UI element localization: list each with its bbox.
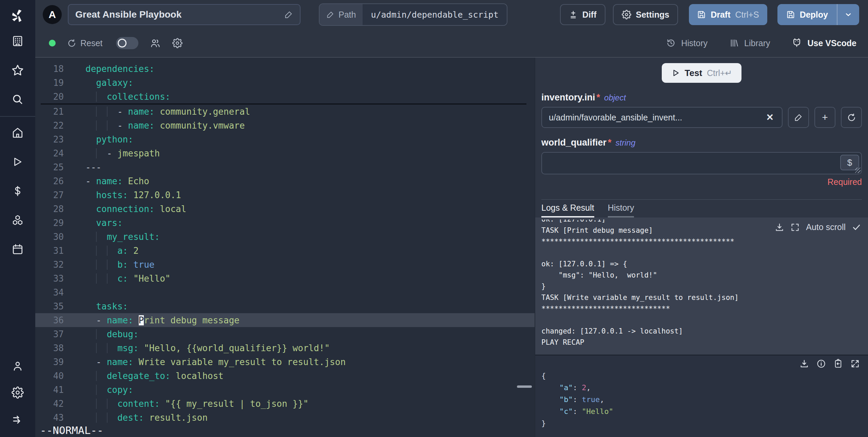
topbar: A Great Ansible Playbook Path u/admin/de… [35,0,868,29]
test-button[interactable]: Test Ctrl+↵ [662,63,742,83]
log-panel[interactable]: ok: [127.0.0.1]TASK [Print debug message… [535,217,868,355]
code-line[interactable]: 29 vars: [35,216,535,230]
sidebar-item-account[interactable] [0,353,35,379]
windmill-logo-icon[interactable] [10,5,25,26]
diff-mode-toggle[interactable] [116,37,138,49]
script-title-input[interactable]: Great Ansible Playbook [68,4,301,25]
code-line[interactable]: 41 copy: [35,383,535,397]
code-line[interactable]: 38 msg: "Hello, {{world_qualifier}} worl… [35,341,535,355]
sidebar-item-schedules[interactable] [0,235,35,264]
code-line[interactable]: 22 - name: community.vmware [35,118,535,132]
code-editor[interactable]: 18dependencies:19 galaxy:20 collections:… [35,58,535,437]
check-icon[interactable] [852,223,861,232]
diff-button[interactable]: Diff [560,4,605,25]
history-button[interactable]: History [666,38,708,48]
line-number: 32 [35,260,73,270]
use-vscode-button[interactable]: Use VScode [792,38,856,48]
sidebar-item-resources[interactable] [0,206,35,235]
resize-grip[interactable] [855,168,861,173]
code-line[interactable]: 30 my_result: [35,230,535,244]
line-number: 26 [35,176,73,186]
line-number: 31 [35,246,73,256]
line-number: 30 [35,232,73,242]
tab-logs-result[interactable]: Logs & Result [541,203,594,217]
code-line[interactable]: 18dependencies: [35,62,535,76]
result-panel: { "a": 2, "b": true, "c": "Hello"} [535,355,868,437]
code-line[interactable]: 23 python: [35,132,535,146]
world-qualifier-textarea[interactable] [542,153,861,174]
tab-history[interactable]: History [608,203,634,217]
editor-settings-button[interactable] [172,38,182,48]
log-lines: ok: [127.0.0.1]TASK [Print debug message… [541,220,862,348]
code-line[interactable]: 43 dest: result.json [35,411,535,424]
code-line[interactable]: 37 debug: [35,327,535,341]
deploy-dropdown-button[interactable] [837,4,859,25]
edit-title-icon[interactable] [284,10,293,19]
code-line[interactable]: 39 - name: Write variable my_result to r… [35,355,535,369]
collaborators-button[interactable] [150,38,161,49]
maximize-icon[interactable] [850,359,860,368]
sidebar-bottom [0,353,35,437]
expand-icon[interactable] [790,223,800,232]
info-icon[interactable] [816,359,826,368]
status-dot [49,40,56,46]
path-pill[interactable]: Path u/admin/dependable_script [319,3,507,26]
code-line[interactable]: 35 tasks: [35,299,535,313]
draft-button[interactable]: DraftCtrl+S [689,4,767,25]
code-line[interactable]: 31 a: 2 [35,244,535,258]
result-json: { "a": 2, "b": true, "c": "Hello"} [541,370,862,429]
log-line: changed: [127.0.0.1 -> localhost] [541,326,862,337]
history-icon [666,38,676,48]
code-line[interactable]: 33 c: "Hello" [35,271,535,285]
sidebar-item-settings[interactable] [0,379,35,406]
play-icon [12,156,23,168]
code-line[interactable]: 27 hosts: 127.0.0.1 [35,188,535,202]
log-line: ****************************** [541,303,862,315]
download-icon[interactable] [799,359,809,368]
clipboard-copy-icon[interactable] [833,359,843,368]
code-line[interactable]: 36 - name: Print debug message [35,313,535,327]
code-line[interactable]: 26- name: Echo [35,174,535,188]
sidebar-item-workspace[interactable] [0,26,35,56]
log-line: TASK [Write variable my_result to result… [541,292,862,303]
path-label: Path [339,10,356,20]
reset-button[interactable]: Reset [67,38,102,48]
sidebar-item-home[interactable] [0,118,35,147]
code-line[interactable]: 24 - jmespath [35,146,535,160]
inventory-input[interactable]: ✕ [541,107,783,128]
code-line[interactable]: 32 b: true [35,258,535,271]
code-line[interactable]: 25--- [35,160,535,174]
code-line[interactable]: 40 delegate_to: localhost [35,369,535,383]
sidebar-item-favorites[interactable] [0,56,35,85]
sidebar-item-search[interactable] [0,85,35,114]
code-line[interactable]: 44 [35,424,535,437]
settings-button[interactable]: Settings [613,4,678,25]
deploy-button[interactable]: Deploy [777,4,837,25]
ansible-logo-icon: A [43,5,62,24]
add-resource-button[interactable]: + [814,107,835,128]
refresh-resource-button[interactable] [841,107,862,128]
panel-resize-handle[interactable] [517,385,532,388]
pencil-icon [794,113,803,122]
chevron-down-icon [844,11,852,19]
line-number: 42 [35,399,73,409]
clear-icon[interactable]: ✕ [764,112,776,123]
code-line[interactable]: 19 galaxy: [35,76,535,90]
log-toolbar: Auto scroll [775,222,861,232]
download-icon[interactable] [775,223,784,232]
line-number: 39 [35,357,73,367]
inventory-value[interactable] [548,112,764,123]
code-line[interactable]: 34 [35,285,535,299]
edit-inventory-button[interactable] [788,107,809,128]
sidebar-item-variables[interactable] [0,176,35,206]
code-line[interactable]: 20 collections: [35,90,535,103]
sidebar-item-logout[interactable] [0,406,35,432]
world-qualifier-field-label: world_qualifier* string [541,137,862,148]
line-number: 36 [35,315,73,325]
library-button[interactable]: Library [729,38,770,48]
world-qualifier-input[interactable]: $ [541,152,862,174]
code-line[interactable]: 21 - name: community.general [35,104,535,118]
code-line[interactable]: 28 connection: local [35,202,535,216]
code-line[interactable]: 42 content: "{{ my_result | to_json }}" [35,397,535,411]
sidebar-item-runs[interactable] [0,147,35,176]
